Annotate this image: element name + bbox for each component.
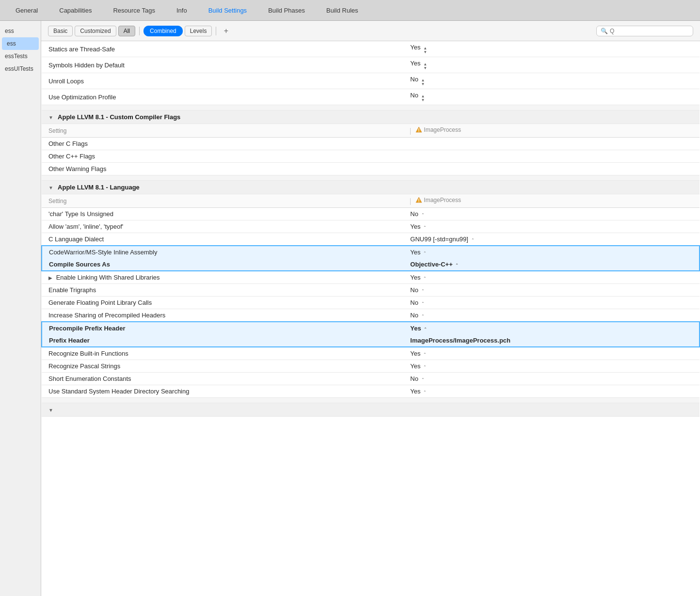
- setting-label: ▶ Enable Linking With Shared Libraries: [42, 271, 403, 284]
- collapse-triangle-icon-2[interactable]: ▼: [48, 185, 53, 190]
- section-title: ▼ Apple LLVM 8.1 - Custom Compiler Flags: [42, 110, 700, 124]
- setting-value: Yes ▲▼: [403, 57, 700, 73]
- table-row-highlighted-prefix[interactable]: Prefix Header ImageProcess/ImageProcess.…: [42, 334, 700, 347]
- setting-value: Yes ⌃: [403, 220, 700, 233]
- setting-value: [403, 150, 700, 163]
- table-row: C Language Dialect GNU99 [-std=gnu99] ⌃: [42, 233, 700, 246]
- tab-resource-tags[interactable]: Resource Tags: [102, 0, 165, 21]
- tab-capabilities[interactable]: Capabilities: [48, 0, 102, 21]
- filter-basic-button[interactable]: Basic: [48, 26, 73, 36]
- collapse-triangle-icon[interactable]: ▼: [48, 115, 53, 120]
- table-row: Enable Trigraphs No ⌃: [42, 284, 700, 297]
- setting-label-text: Enable Linking With Shared Libraries: [56, 274, 160, 281]
- spacer-row: [42, 105, 700, 110]
- stepper-icon[interactable]: ▲▼: [421, 94, 425, 102]
- value-text: Yes: [410, 44, 420, 51]
- stepper-icon[interactable]: ⌃: [423, 226, 427, 230]
- sidebar-item-1[interactable]: ess: [2, 37, 39, 50]
- value-text: No: [410, 312, 418, 319]
- table-row: ▶ Enable Linking With Shared Libraries Y…: [42, 271, 700, 284]
- stepper-icon[interactable]: ⌃: [421, 314, 425, 318]
- stepper-icon[interactable]: ⌃: [423, 353, 427, 357]
- col-header-value-2: ImageProcess: [403, 194, 700, 208]
- setting-label: Other Warning Flags: [42, 163, 403, 175]
- tab-build-phases[interactable]: Build Phases: [257, 0, 316, 21]
- setting-label: Generate Floating Point Library Calls: [42, 297, 403, 309]
- table-row: Symbols Hidden by Default Yes ▲▼: [42, 57, 700, 73]
- stepper-icon[interactable]: ⌃: [423, 277, 427, 281]
- setting-label: 'char' Type Is Unsigned: [42, 208, 403, 220]
- sidebar-item-0[interactable]: ess: [0, 25, 41, 37]
- setting-label: Recognize Pascal Strings: [42, 360, 403, 373]
- stepper-icon[interactable]: ▲▼: [423, 63, 427, 70]
- section-header-custom-compiler: ▼ Apple LLVM 8.1 - Custom Compiler Flags: [42, 110, 700, 124]
- col-header-value: ImageProcess: [403, 124, 700, 138]
- tab-info[interactable]: Info: [166, 0, 198, 21]
- filter-all-button[interactable]: All: [118, 26, 135, 36]
- section-title-text-2: Apple LLVM 8.1 - Language: [58, 184, 140, 191]
- setting-value: ImageProcess/ImageProcess.pch: [403, 334, 700, 347]
- table-row: Other Warning Flags: [42, 163, 700, 175]
- search-icon: 🔍: [601, 28, 608, 34]
- stepper-icon[interactable]: ⌃: [421, 378, 425, 382]
- filter-combined-button[interactable]: Combined: [143, 26, 183, 36]
- table-row: Statics are Thread-Safe Yes ▲▼: [42, 41, 700, 57]
- setting-value: No ⌃: [403, 309, 700, 322]
- table-row-highlighted-compile[interactable]: Compile Sources As Objective-C++ ⌃: [42, 258, 700, 271]
- project-triangle-icon-2: [415, 197, 422, 204]
- tab-build-rules[interactable]: Build Rules: [316, 0, 369, 21]
- search-input[interactable]: [610, 28, 689, 34]
- project-icon: ImageProcess: [415, 126, 461, 133]
- value-text: Yes: [410, 223, 420, 230]
- tab-general[interactable]: General: [5, 0, 48, 21]
- setting-label: Symbols Hidden by Default: [42, 57, 403, 73]
- table-row-highlighted-codewarrior[interactable]: CodeWarrior/MS-Style Inline Assembly Yes…: [42, 246, 700, 258]
- column-header-row-2: Setting ImageProcess: [42, 194, 700, 208]
- stepper-icon[interactable]: ⌃: [421, 302, 425, 306]
- stepper-icon[interactable]: ⌃: [471, 238, 475, 242]
- setting-value: [403, 138, 700, 150]
- table-row: Short Enumeration Constants No ⌃: [42, 373, 700, 385]
- stepper-icon[interactable]: ⌃: [421, 213, 425, 217]
- stepper-icon[interactable]: ⌃: [423, 365, 427, 369]
- stepper-icon[interactable]: ⌃: [424, 328, 427, 331]
- section-header-language: ▼ Apple LLVM 8.1 - Language: [42, 181, 700, 194]
- value-text: No: [410, 76, 418, 83]
- setting-value: No ⌃: [403, 297, 700, 309]
- filter-levels-button[interactable]: Levels: [185, 26, 212, 36]
- stepper-icon[interactable]: ⌃: [423, 251, 427, 255]
- setting-value: Yes ⌃: [403, 322, 700, 334]
- stepper-icon[interactable]: ⌃: [421, 289, 425, 293]
- svg-point-5: [419, 202, 420, 203]
- table-row: Generate Floating Point Library Calls No…: [42, 297, 700, 309]
- table-row: Allow 'asm', 'inline', 'typeof' Yes ⌃: [42, 220, 700, 233]
- stepper-icon[interactable]: ▲▼: [421, 78, 425, 86]
- setting-value: No ⌃: [403, 284, 700, 297]
- value-text: Yes: [410, 362, 420, 370]
- value-text: Yes: [410, 388, 420, 395]
- stepper-icon[interactable]: ⌃: [423, 391, 427, 394]
- search-box[interactable]: 🔍: [596, 26, 693, 36]
- expand-arrow-icon[interactable]: ▶: [48, 275, 52, 281]
- filter-plus-button[interactable]: +: [220, 25, 232, 37]
- setting-label: Increase Sharing of Precompiled Headers: [42, 309, 403, 322]
- column-header-row: Setting ImageProcess: [42, 124, 700, 138]
- sidebar-item-3[interactable]: essUITests: [0, 63, 41, 75]
- tab-build-settings[interactable]: Build Settings: [198, 0, 258, 21]
- value-text: No: [410, 375, 418, 382]
- collapse-triangle-icon-3[interactable]: ▼: [48, 408, 53, 413]
- settings-scroll[interactable]: Statics are Thread-Safe Yes ▲▼ Symbols H…: [41, 41, 700, 596]
- stepper-icon[interactable]: ⌃: [455, 264, 459, 267]
- table-row-highlighted-precompile[interactable]: Precompile Prefix Header Yes ⌃: [42, 322, 700, 334]
- setting-value: No ▲▼: [403, 89, 700, 105]
- sidebar-item-2[interactable]: essTests: [0, 50, 41, 63]
- setting-label: Statics are Thread-Safe: [42, 41, 403, 57]
- setting-value: GNU99 [-std=gnu99] ⌃: [403, 233, 700, 246]
- section-title-next: ▼: [42, 403, 700, 417]
- value-text: No: [410, 299, 418, 306]
- section-title-text: Apple LLVM 8.1 - Custom Compiler Flags: [58, 113, 180, 121]
- col-header-setting-2: Setting: [42, 194, 403, 208]
- stepper-icon[interactable]: ▲▼: [423, 47, 427, 54]
- filter-customized-button[interactable]: Customized: [75, 26, 116, 36]
- value-text: No: [410, 286, 418, 294]
